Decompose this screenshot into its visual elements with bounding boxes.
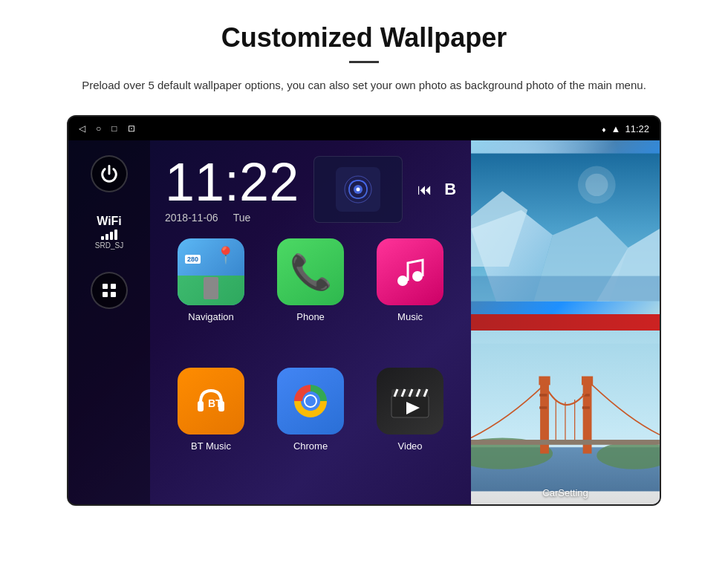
wifi-network-name: SRD_SJ (95, 241, 123, 250)
svg-rect-48 (471, 440, 660, 445)
wallpaper-preview-bridge[interactable]: CarSetting (471, 331, 660, 504)
signal-icon: ▲ (611, 123, 621, 134)
clock-info: 11:22 2018-11-06 Tue (165, 155, 299, 224)
main-content: 11:22 2018-11-06 Tue (150, 140, 471, 504)
chrome-logo-icon (285, 375, 337, 427)
svg-point-9 (412, 271, 423, 282)
signal-bar-4 (114, 230, 117, 240)
svg-rect-41 (539, 394, 547, 396)
bridge-svg (471, 331, 660, 504)
page-title: Customized Wallpaper (221, 22, 507, 53)
svg-rect-3 (111, 292, 116, 297)
media-controls: ⏮ B (417, 180, 456, 199)
recent-button[interactable]: □ (111, 123, 117, 134)
bluetooth-headphone-icon: BT (192, 382, 230, 420)
wifi-info: WiFi SRD_SJ (95, 215, 123, 250)
svg-rect-39 (539, 377, 550, 385)
clock-date: 2018-11-06 Tue (165, 212, 299, 224)
bt-music-label: BT Music (191, 440, 231, 452)
clock-day: Tue (233, 212, 251, 224)
title-divider (349, 61, 379, 63)
power-button[interactable] (91, 155, 128, 192)
app-music[interactable]: Music (364, 238, 456, 360)
home-button[interactable]: ○ (96, 123, 101, 134)
app-video[interactable]: Video (364, 368, 456, 489)
wallpaper-preview-ice[interactable] (471, 140, 660, 314)
svg-rect-42 (539, 406, 547, 409)
svg-text:BT: BT (208, 397, 222, 409)
chrome-icon (277, 368, 344, 435)
apps-grid-button[interactable] (91, 272, 128, 309)
svg-point-32 (585, 174, 608, 196)
prev-track-button[interactable]: ⏮ (417, 181, 432, 198)
music-note-icon (391, 253, 429, 291)
car-setting-label: CarSetting (471, 487, 660, 498)
signal-bar-2 (105, 234, 108, 240)
device-frame: ◁ ○ □ ⊡ ⬧ ▲ 11:22 WiFi (67, 115, 661, 506)
screen: WiFi SRD_SJ (68, 140, 660, 504)
svg-rect-30 (471, 276, 660, 302)
wallpaper-previews: CarSetting (471, 140, 660, 504)
svg-rect-44 (582, 406, 590, 409)
wifi-label: WiFi (97, 215, 122, 228)
music-label: Music (397, 311, 423, 322)
svg-rect-0 (103, 284, 108, 289)
svg-rect-40 (582, 377, 593, 385)
app-bt-music[interactable]: BT BT Music (165, 368, 257, 489)
svg-rect-2 (103, 292, 108, 297)
video-label: Video (398, 440, 423, 452)
phone-label: Phone (296, 311, 325, 322)
clapperboard-icon (389, 382, 432, 420)
status-bar: ◁ ○ □ ⊡ ⬧ ▲ 11:22 (68, 117, 660, 140)
wifi-signal-bars (101, 230, 117, 240)
back-button[interactable]: ◁ (79, 123, 85, 134)
status-right: ⬧ ▲ 11:22 (601, 123, 649, 134)
media-icon (336, 167, 380, 212)
nav-road (204, 277, 218, 299)
signal-bar-1 (101, 236, 104, 240)
ice-svg (471, 140, 660, 314)
nav-pin-icon: 📍 (215, 246, 235, 265)
signal-bar-3 (110, 232, 113, 240)
phone-icon: 📞 (277, 238, 344, 305)
svg-point-7 (357, 188, 360, 192)
svg-rect-1 (111, 284, 116, 289)
radio-icon (342, 173, 374, 206)
app-navigation[interactable]: 280 📍 Navigation (165, 238, 257, 360)
bluetooth-label: B (444, 180, 456, 199)
location-icon: ⬧ (601, 123, 607, 134)
power-icon (99, 163, 120, 184)
nav-road-number: 280 (185, 255, 201, 264)
clock-section: 11:22 2018-11-06 Tue (150, 140, 471, 231)
navigation-icon: 280 📍 (178, 238, 244, 305)
preview-divider-strip (471, 314, 660, 331)
phone-emoji: 📞 (290, 252, 332, 292)
bt-music-icon: BT (178, 368, 244, 435)
svg-point-8 (397, 276, 408, 286)
sidebar: WiFi SRD_SJ (68, 140, 150, 504)
status-left: ◁ ○ □ ⊡ (79, 123, 135, 134)
svg-point-15 (305, 396, 316, 406)
app-phone[interactable]: 📞 Phone (264, 238, 357, 360)
grid-icon (100, 282, 118, 299)
svg-rect-10 (198, 401, 204, 411)
status-time: 11:22 (625, 123, 649, 134)
navigation-label: Navigation (188, 311, 233, 322)
clock-date-value: 2018-11-06 (165, 212, 218, 224)
app-grid: 280 📍 Navigation 📞 Phone (150, 231, 471, 504)
chrome-label: Chrome (293, 440, 328, 452)
app-chrome[interactable]: Chrome (264, 368, 357, 489)
screenshot-icon: ⊡ (128, 123, 135, 134)
page-description: Preload over 5 default wallpaper options… (82, 77, 646, 94)
video-icon (377, 368, 443, 435)
clock-time: 11:22 (165, 155, 299, 209)
media-widget (313, 156, 403, 223)
music-icon (377, 238, 443, 305)
